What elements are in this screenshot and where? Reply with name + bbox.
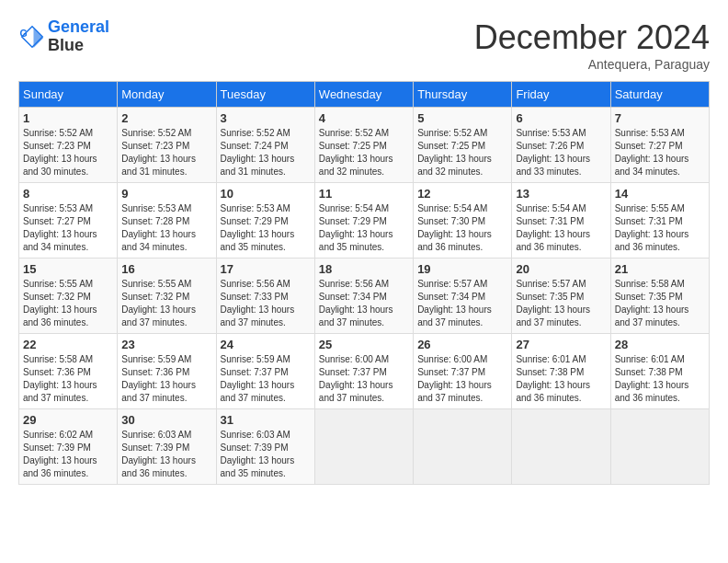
weekday-header: Thursday [414, 82, 512, 108]
logo: G General Blue [18, 18, 109, 55]
calendar-week-row: 15 Sunrise: 5:55 AM Sunset: 7:32 PM Dayl… [19, 259, 710, 334]
calendar-cell: 29 Sunrise: 6:02 AM Sunset: 7:39 PM Dayl… [19, 409, 118, 485]
day-number: 5 [417, 111, 507, 125]
day-number: 27 [516, 338, 606, 351]
calendar-cell: 30 Sunrise: 6:03 AM Sunset: 7:39 PM Dayl… [118, 409, 216, 485]
calendar-cell: 9 Sunrise: 5:53 AM Sunset: 7:28 PM Dayli… [118, 183, 216, 259]
calendar-cell [512, 409, 610, 485]
calendar-cell: 22 Sunrise: 5:58 AM Sunset: 7:36 PM Dayl… [19, 334, 118, 409]
day-number: 19 [417, 262, 507, 276]
calendar-cell: 21 Sunrise: 5:58 AM Sunset: 7:35 PM Dayl… [610, 259, 709, 334]
day-number: 17 [221, 262, 311, 276]
day-number: 9 [121, 187, 211, 201]
calendar-cell: 3 Sunrise: 5:52 AM Sunset: 7:24 PM Dayli… [216, 108, 314, 183]
calendar-body: 1 Sunrise: 5:52 AM Sunset: 7:23 PM Dayli… [19, 108, 710, 485]
day-number: 18 [319, 262, 409, 276]
calendar-cell: 20 Sunrise: 5:57 AM Sunset: 7:35 PM Dayl… [512, 259, 610, 334]
calendar-week-row: 1 Sunrise: 5:52 AM Sunset: 7:23 PM Dayli… [19, 108, 710, 183]
page-header: G General Blue December 2024 Antequera, … [18, 18, 710, 72]
day-info: Sunrise: 5:57 AM Sunset: 7:35 PM Dayligh… [516, 278, 606, 329]
day-number: 24 [221, 338, 311, 351]
calendar-cell [314, 409, 413, 485]
day-info: Sunrise: 6:00 AM Sunset: 7:37 PM Dayligh… [319, 353, 409, 405]
day-info: Sunrise: 5:59 AM Sunset: 7:36 PM Dayligh… [121, 353, 211, 405]
weekday-header: Saturday [610, 82, 709, 108]
calendar-week-row: 22 Sunrise: 5:58 AM Sunset: 7:36 PM Dayl… [19, 334, 710, 409]
calendar-cell: 19 Sunrise: 5:57 AM Sunset: 7:34 PM Dayl… [414, 259, 512, 334]
calendar-cell: 23 Sunrise: 5:59 AM Sunset: 7:36 PM Dayl… [118, 334, 216, 409]
calendar-cell [610, 409, 709, 485]
day-info: Sunrise: 6:03 AM Sunset: 7:39 PM Dayligh… [221, 429, 311, 480]
calendar-table: SundayMondayTuesdayWednesdayThursdayFrid… [18, 81, 710, 485]
logo-line1: General [48, 17, 109, 36]
calendar-cell: 4 Sunrise: 5:52 AM Sunset: 7:25 PM Dayli… [314, 108, 413, 183]
day-number: 13 [516, 187, 606, 201]
day-number: 23 [121, 338, 211, 351]
day-number: 25 [319, 338, 409, 351]
day-info: Sunrise: 5:55 AM Sunset: 7:31 PM Dayligh… [615, 202, 705, 254]
day-number: 31 [221, 413, 311, 427]
weekday-header: Tuesday [216, 82, 314, 108]
day-number: 3 [221, 111, 311, 125]
day-number: 12 [417, 187, 507, 201]
calendar-cell: 11 Sunrise: 5:54 AM Sunset: 7:29 PM Dayl… [314, 183, 413, 259]
day-info: Sunrise: 5:54 AM Sunset: 7:29 PM Dayligh… [319, 202, 409, 254]
day-info: Sunrise: 5:53 AM Sunset: 7:27 PM Dayligh… [23, 202, 113, 254]
day-info: Sunrise: 5:54 AM Sunset: 7:30 PM Dayligh… [417, 202, 507, 254]
calendar-cell: 5 Sunrise: 5:52 AM Sunset: 7:25 PM Dayli… [414, 108, 512, 183]
day-number: 26 [417, 338, 507, 351]
calendar-cell: 1 Sunrise: 5:52 AM Sunset: 7:23 PM Dayli… [19, 108, 118, 183]
calendar-cell: 6 Sunrise: 5:53 AM Sunset: 7:26 PM Dayli… [512, 108, 610, 183]
day-info: Sunrise: 5:53 AM Sunset: 7:29 PM Dayligh… [221, 202, 311, 254]
calendar-header-row: SundayMondayTuesdayWednesdayThursdayFrid… [19, 82, 710, 108]
calendar-cell: 12 Sunrise: 5:54 AM Sunset: 7:30 PM Dayl… [414, 183, 512, 259]
weekday-header: Wednesday [314, 82, 413, 108]
calendar-cell: 17 Sunrise: 5:56 AM Sunset: 7:33 PM Dayl… [216, 259, 314, 334]
calendar-cell: 16 Sunrise: 5:55 AM Sunset: 7:32 PM Dayl… [118, 259, 216, 334]
day-info: Sunrise: 5:58 AM Sunset: 7:36 PM Dayligh… [23, 353, 113, 405]
day-info: Sunrise: 6:01 AM Sunset: 7:38 PM Dayligh… [615, 353, 705, 405]
calendar-cell [414, 409, 512, 485]
day-number: 16 [121, 262, 211, 276]
day-number: 22 [23, 338, 113, 351]
title-block: December 2024 Antequera, Paraguay [474, 18, 710, 72]
calendar-cell: 31 Sunrise: 6:03 AM Sunset: 7:39 PM Dayl… [216, 409, 314, 485]
calendar-cell: 14 Sunrise: 5:55 AM Sunset: 7:31 PM Dayl… [610, 183, 709, 259]
day-number: 10 [221, 187, 311, 201]
calendar-week-row: 8 Sunrise: 5:53 AM Sunset: 7:27 PM Dayli… [19, 183, 710, 259]
day-number: 29 [23, 413, 113, 427]
day-number: 15 [23, 262, 113, 276]
calendar-week-row: 29 Sunrise: 6:02 AM Sunset: 7:39 PM Dayl… [19, 409, 710, 485]
day-info: Sunrise: 5:58 AM Sunset: 7:35 PM Dayligh… [615, 278, 705, 329]
day-number: 28 [615, 338, 705, 351]
month-title: December 2024 [474, 18, 710, 57]
calendar-cell: 18 Sunrise: 5:56 AM Sunset: 7:34 PM Dayl… [314, 259, 413, 334]
day-info: Sunrise: 5:53 AM Sunset: 7:27 PM Dayligh… [615, 127, 705, 178]
day-number: 7 [615, 111, 705, 125]
calendar-cell: 2 Sunrise: 5:52 AM Sunset: 7:23 PM Dayli… [118, 108, 216, 183]
day-number: 14 [615, 187, 705, 201]
day-info: Sunrise: 5:52 AM Sunset: 7:25 PM Dayligh… [319, 127, 409, 178]
day-info: Sunrise: 5:52 AM Sunset: 7:23 PM Dayligh… [121, 127, 211, 178]
day-info: Sunrise: 6:01 AM Sunset: 7:38 PM Dayligh… [516, 353, 606, 405]
day-number: 20 [516, 262, 606, 276]
day-info: Sunrise: 5:57 AM Sunset: 7:34 PM Dayligh… [417, 278, 507, 329]
logo-line2: Blue [48, 37, 109, 55]
calendar-cell: 15 Sunrise: 5:55 AM Sunset: 7:32 PM Dayl… [19, 259, 118, 334]
calendar-cell: 24 Sunrise: 5:59 AM Sunset: 7:37 PM Dayl… [216, 334, 314, 409]
day-info: Sunrise: 6:03 AM Sunset: 7:39 PM Dayligh… [121, 429, 211, 480]
day-number: 2 [121, 111, 211, 125]
day-info: Sunrise: 5:59 AM Sunset: 7:37 PM Dayligh… [221, 353, 311, 405]
day-number: 4 [319, 111, 409, 125]
day-number: 6 [516, 111, 606, 125]
weekday-header: Monday [118, 82, 216, 108]
weekday-header: Friday [512, 82, 610, 108]
day-info: Sunrise: 5:52 AM Sunset: 7:24 PM Dayligh… [221, 127, 311, 178]
calendar-cell: 7 Sunrise: 5:53 AM Sunset: 7:27 PM Dayli… [610, 108, 709, 183]
day-number: 21 [615, 262, 705, 276]
day-number: 30 [121, 413, 211, 427]
day-number: 1 [23, 111, 113, 125]
calendar-cell: 26 Sunrise: 6:00 AM Sunset: 7:37 PM Dayl… [414, 334, 512, 409]
day-info: Sunrise: 5:56 AM Sunset: 7:33 PM Dayligh… [221, 278, 311, 329]
day-info: Sunrise: 5:52 AM Sunset: 7:23 PM Dayligh… [23, 127, 113, 178]
